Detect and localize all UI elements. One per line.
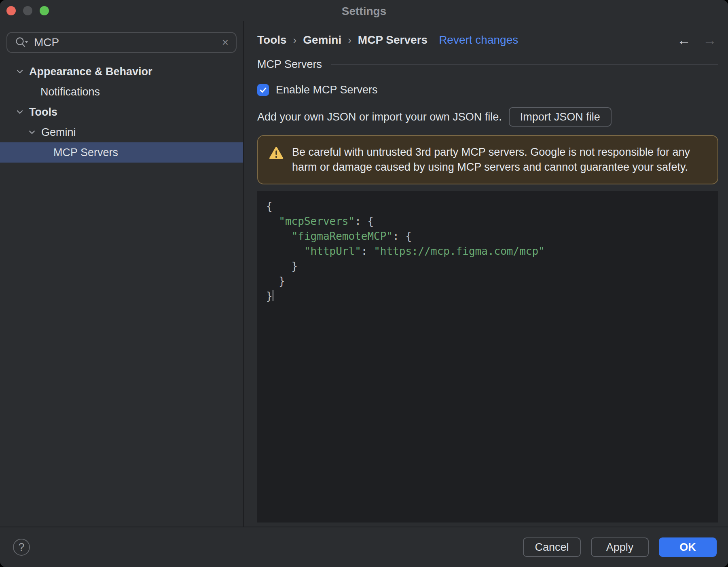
code-token: "https://mcp.figma.com/mcp"	[374, 245, 545, 257]
main-split: × Appearance & Behavior Notifications To	[0, 21, 728, 527]
help-icon[interactable]: ?	[13, 539, 30, 556]
breadcrumb-separator: ›	[348, 34, 351, 47]
sidebar-item-label: Tools	[29, 106, 57, 118]
code-token: {	[405, 230, 412, 242]
sidebar-item-gemini[interactable]: Gemini	[0, 122, 243, 142]
checkmark-icon	[259, 86, 267, 94]
json-code: { "mcpServers": { "figmaRemoteMCP": { "h…	[266, 199, 710, 304]
section-header: MCP Servers	[257, 58, 718, 71]
text-cursor	[273, 290, 273, 301]
sidebar-item-label: Appearance & Behavior	[29, 66, 152, 78]
settings-tree: Appearance & Behavior Notifications Tool…	[0, 61, 243, 163]
titlebar: Settings	[0, 0, 728, 21]
cancel-button[interactable]: Cancel	[523, 537, 581, 557]
search-icon[interactable]	[15, 36, 28, 49]
sidebar-item-mcp-servers[interactable]: MCP Servers	[0, 142, 243, 163]
search-input[interactable]	[34, 36, 222, 49]
warning-text: Be careful with untrusted 3rd party MCP …	[292, 145, 690, 175]
section-divider	[331, 64, 718, 65]
code-token: }	[266, 290, 273, 302]
breadcrumb-tools[interactable]: Tools	[257, 34, 287, 47]
content-panel: Tools › Gemini › MCP Servers Revert chan…	[244, 21, 728, 527]
import-json-button[interactable]: Import JSON file	[509, 107, 612, 127]
import-row: Add your own JSON or import your own JSO…	[257, 107, 718, 127]
back-icon[interactable]: ←	[677, 33, 691, 47]
clear-search-icon[interactable]: ×	[222, 37, 229, 48]
footer-bar: ? Cancel Apply OK	[0, 527, 728, 567]
sidebar-item-appearance-behavior[interactable]: Appearance & Behavior	[0, 61, 243, 82]
sidebar-item-label: MCP Servers	[53, 146, 118, 159]
warning-line-1: Be careful with untrusted 3rd party MCP …	[292, 145, 690, 160]
breadcrumb: Tools › Gemini › MCP Servers Revert chan…	[257, 33, 718, 47]
chevron-down-icon[interactable]	[15, 66, 25, 77]
code-token: }	[266, 275, 285, 287]
code-token: "mcpServers"	[279, 215, 355, 227]
forward-icon[interactable]: →	[703, 33, 717, 47]
sidebar-item-label: Notifications	[40, 86, 100, 98]
code-token: }	[266, 260, 298, 272]
sidebar-item-notifications[interactable]: Notifications	[0, 82, 243, 102]
search-box[interactable]: ×	[6, 32, 237, 53]
enable-mcp-label: Enable MCP Servers	[276, 84, 378, 96]
json-editor[interactable]: { "mcpServers": { "figmaRemoteMCP": { "h…	[257, 191, 718, 523]
sidebar-item-tools[interactable]: Tools	[0, 102, 243, 122]
section-title: MCP Servers	[257, 58, 322, 71]
code-token: "figmaRemoteMCP"	[292, 230, 393, 242]
code-token: :	[393, 230, 405, 242]
code-token	[266, 245, 304, 257]
code-token: :	[361, 245, 374, 257]
code-token: "httpUrl"	[304, 245, 361, 257]
chevron-down-icon[interactable]	[27, 127, 37, 138]
revert-changes-link[interactable]: Revert changes	[439, 34, 518, 47]
code-token: :	[355, 215, 367, 227]
warning-banner: Be careful with untrusted 3rd party MCP …	[257, 135, 718, 184]
sidebar-item-label: Gemini	[41, 126, 76, 139]
breadcrumb-separator: ›	[293, 34, 297, 47]
enable-mcp-row: Enable MCP Servers	[257, 84, 718, 96]
code-token	[266, 230, 292, 242]
breadcrumb-gemini[interactable]: Gemini	[303, 34, 341, 47]
enable-mcp-checkbox[interactable]	[257, 84, 269, 96]
apply-button[interactable]: Apply	[591, 537, 649, 557]
sidebar: × Appearance & Behavior Notifications To	[0, 21, 244, 527]
code-token: {	[266, 200, 273, 212]
warning-line-2: harm or damage caused by using MCP serve…	[292, 160, 690, 175]
window-title: Settings	[0, 0, 728, 21]
code-token: {	[367, 215, 374, 227]
chevron-down-icon[interactable]	[15, 107, 25, 117]
import-description: Add your own JSON or import your own JSO…	[257, 111, 502, 123]
settings-window: Settings ×	[0, 0, 728, 567]
code-token	[266, 215, 279, 227]
ok-button[interactable]: OK	[659, 537, 717, 557]
warning-icon	[269, 146, 284, 162]
history-nav: ← →	[677, 33, 718, 47]
breadcrumb-mcp-servers[interactable]: MCP Servers	[358, 34, 427, 47]
